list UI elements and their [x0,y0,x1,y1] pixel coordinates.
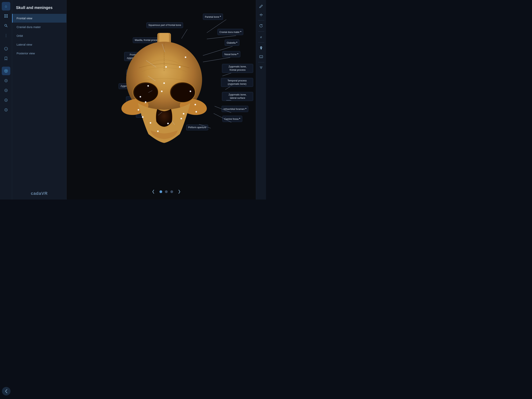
svg-point-37 [145,101,146,103]
svg-point-27 [171,83,194,101]
svg-point-43 [150,122,151,124]
page-dot-3[interactable] [170,190,173,193]
svg-point-11 [6,80,6,81]
svg-rect-1 [6,14,8,16]
label-temporal-process: Temporal process(zygomatic bone) [221,78,253,87]
svg-rect-3 [6,16,8,18]
app-logo: cadaVR [12,187,66,200]
svg-point-4 [5,24,7,26]
pin-tool[interactable] [257,44,265,52]
nav-item-frontal[interactable]: Frontal view [12,14,66,23]
nav-item-orbit[interactable]: Orbit [12,31,66,40]
svg-point-24 [134,83,157,101]
main-content: Parietal bone* Squamous part of frontal … [67,0,266,200]
toolbar-divider-4 [258,62,264,62]
svg-line-54 [222,73,231,76]
more-options-icon[interactable]: ⋮ [2,31,10,40]
radio-icon-3[interactable] [2,86,10,95]
label-glabella: Glabella* [225,39,239,46]
toolbar-divider-3 [258,42,264,43]
svg-line-56 [225,87,230,90]
page-dot-1[interactable] [159,190,162,193]
svg-line-47 [207,19,226,33]
label-parietal-bone: Parietal bone* [203,14,223,20]
svg-point-41 [142,116,144,118]
right-toolbar: a A [256,0,266,200]
svg-point-42 [183,113,184,115]
label-tool[interactable]: A [257,53,265,61]
svg-point-46 [167,123,169,124]
label-cranial-dura: Cranial dura mater* [217,29,243,35]
svg-point-15 [6,100,6,101]
toolbar-divider-2 [258,31,264,32]
svg-point-29 [185,57,186,58]
radio-icon-5[interactable] [2,106,10,114]
svg-point-17 [6,109,6,110]
svg-point-9 [6,70,7,71]
svg-point-45 [157,130,159,132]
label-zygomatic-lateral: Zygomatic bone,lateral surface [222,92,253,101]
sidebar-icons: ⌂ ⋮ i [0,0,12,200]
home-icon[interactable]: ⌂ [2,2,10,11]
info-icon[interactable]: i [2,45,10,53]
label-zygomatic-frontal: Zygomatic bone,frontal process [222,64,253,73]
svg-marker-65 [260,13,263,16]
nav-item-posterior[interactable]: Posterior view [12,49,66,58]
toolbar-divider [258,20,264,20]
radio-icon-4[interactable] [2,96,10,104]
svg-rect-0 [5,14,6,16]
svg-text:i: i [6,48,6,50]
pagination [150,188,183,195]
grid-icon[interactable] [2,12,10,20]
left-panel: Skull and meninges Frontal view Cranial … [12,0,67,200]
svg-point-33 [147,85,149,87]
label-infraorbital: Infraorbital foramen* [222,106,248,112]
label-canine-fossa: Canine fossa* [222,116,242,122]
svg-point-39 [138,109,139,111]
page-dot-2[interactable] [165,190,168,193]
pencil-tool[interactable] [257,2,265,10]
svg-point-66 [261,47,261,48]
italic-tool[interactable]: a [257,33,265,41]
view-icon[interactable] [2,67,10,75]
svg-point-35 [140,96,141,98]
svg-point-38 [195,104,196,105]
svg-point-30 [165,66,167,68]
nav-item-lateral[interactable]: Lateral view [12,40,66,49]
panel-title: Skull and meninges [12,0,66,14]
label-squamous-frontal: Squamous part of frontal bone [146,22,183,28]
rotate-tool[interactable] [257,22,265,30]
skull-viewport[interactable]: Parietal bone* Squamous part of frontal … [67,0,266,200]
svg-rect-2 [5,16,6,18]
search-icon[interactable] [2,21,10,30]
svg-point-32 [163,82,165,84]
svg-point-40 [196,111,197,113]
prev-page-button[interactable] [150,188,157,195]
svg-point-44 [181,118,182,119]
filter-tool[interactable] [257,64,265,72]
move-tool[interactable] [257,11,265,19]
radio-icon-2[interactable] [2,76,10,85]
svg-point-13 [6,90,6,91]
svg-point-31 [179,66,181,68]
svg-point-36 [190,90,191,92]
next-page-button[interactable] [176,188,183,195]
bookmark-icon[interactable] [2,54,10,63]
label-nasal-bone: Nasal bone* [222,51,240,57]
svg-text:A: A [260,56,262,58]
svg-point-34 [161,90,163,92]
svg-line-5 [6,26,7,27]
nav-item-cranial[interactable]: Cranial dura mater [12,23,66,31]
